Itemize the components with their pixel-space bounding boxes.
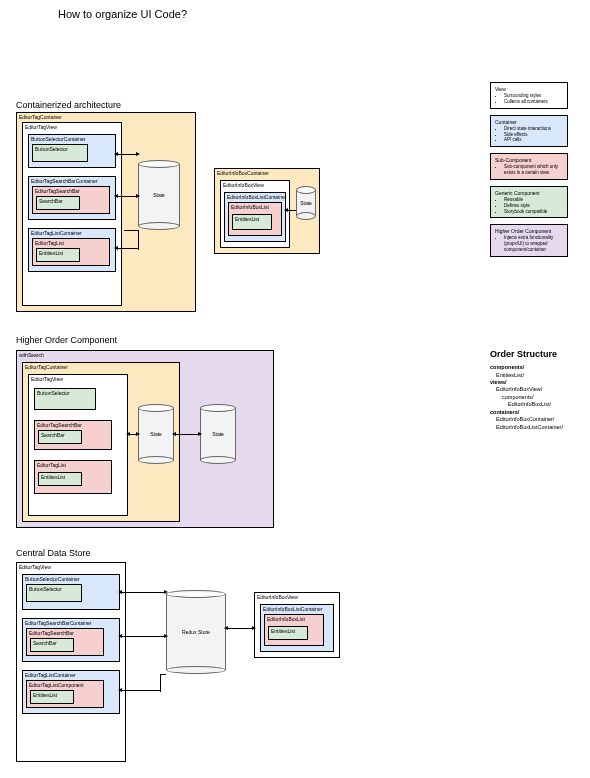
section-hoc-title: Higher Order Component xyxy=(16,335,117,345)
legend-container: Container Direct state interactions Side… xyxy=(490,115,568,148)
page-title: How to organize UI Code? xyxy=(58,8,187,20)
state-cyl-1: State xyxy=(138,160,180,230)
el-box-5: EntitiesList xyxy=(268,626,308,640)
bs-box: ButtonSelector xyxy=(32,144,88,162)
legend-view: View Surrounding styles Collects all con… xyxy=(490,82,568,109)
legend-generic: Generic Component Reusable Defines style… xyxy=(490,186,568,219)
bs-box-3: ButtonSelector xyxy=(26,584,82,602)
sb-box: SearchBar xyxy=(36,196,80,210)
el-box: EntitiesList xyxy=(36,248,80,262)
state-cyl-4: State xyxy=(200,404,236,464)
section-cds-title: Central Data Store xyxy=(16,548,91,558)
state-cyl-2: State xyxy=(296,186,316,220)
el-box-2: EntitiesList xyxy=(232,214,272,230)
el-box-4: EntitiesList xyxy=(30,690,74,704)
order-structure: Order Structure components/ EntitiesList… xyxy=(490,348,580,431)
sb-box-3: SearchBar xyxy=(30,638,74,652)
section-containerized-title: Containerized architecture xyxy=(16,100,121,110)
legend: View Surrounding styles Collects all con… xyxy=(490,82,568,263)
redux-cyl: Redux Store xyxy=(166,590,226,674)
legend-subcomponent: Sub-Component Sub-component which only e… xyxy=(490,153,568,180)
legend-hoc: Higher Order Component Injects extra fun… xyxy=(490,224,568,257)
bs-box-2: ButtonSelector xyxy=(34,388,96,410)
state-cyl-3: State xyxy=(138,404,174,464)
el-box-3: EntitiesList xyxy=(38,472,82,486)
sb-box-2: SearchBar xyxy=(38,430,82,444)
